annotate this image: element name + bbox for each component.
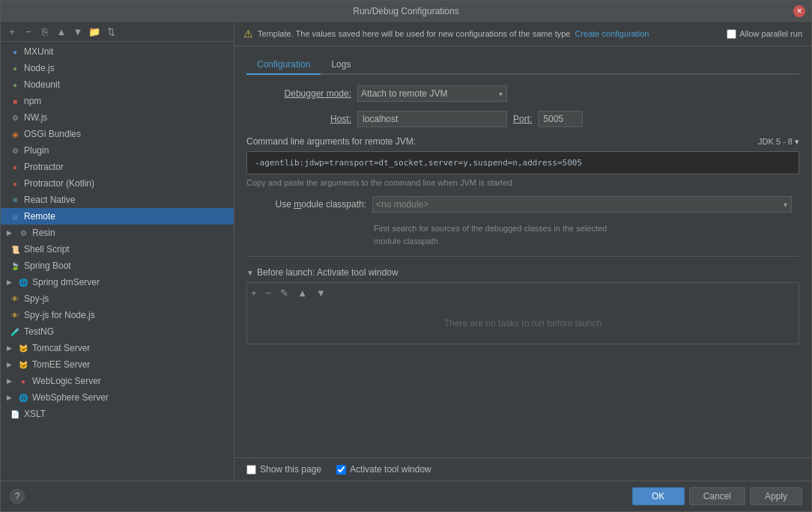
host-port-row: Host: Port: bbox=[246, 111, 799, 127]
sidebar-item-mxunit[interactable]: ● MXUnit bbox=[1, 43, 234, 60]
launch-add-button[interactable]: + bbox=[247, 286, 261, 300]
sidebar-item-label: Nodeunit bbox=[24, 79, 60, 90]
sidebar-item-react-native[interactable]: ⚛ React Native bbox=[1, 192, 234, 208]
jdk-dropdown[interactable]: JDK 5 - 8 ▾ bbox=[758, 137, 799, 147]
port-label: Port: bbox=[513, 114, 532, 124]
sidebar-item-plugin[interactable]: ⚙ Plugin bbox=[1, 142, 234, 159]
sidebar-item-spring-dmserver[interactable]: ▶ 🌐 Spring dmServer bbox=[1, 274, 234, 290]
sidebar-item-resin[interactable]: ▶ ⚙ Resin bbox=[1, 225, 234, 241]
debugger-mode-wrapper: Attach to remote JVMListen to remote JVM bbox=[357, 85, 507, 102]
before-launch-section: ▼ Before launch: Activate tool window + … bbox=[246, 264, 799, 344]
weblogic-icon: ● bbox=[18, 376, 28, 386]
tab-logs[interactable]: Logs bbox=[321, 55, 361, 75]
sidebar-item-label: Protractor bbox=[24, 162, 64, 172]
spy-js-node-icon: 👁 bbox=[10, 310, 20, 320]
copy-hint: Copy and paste the arguments to the comm… bbox=[246, 178, 799, 187]
sidebar-item-label: Spring Boot bbox=[24, 260, 71, 271]
sidebar-item-label: Shell Script bbox=[24, 244, 70, 255]
folder-button[interactable]: 📁 bbox=[88, 25, 101, 38]
add-config-button[interactable]: + bbox=[5, 25, 19, 38]
create-configuration-link[interactable]: Create configuration bbox=[575, 29, 649, 38]
command-section: Command line arguments for remote JVM: J… bbox=[246, 136, 799, 187]
testng-icon: 🧪 bbox=[10, 326, 20, 337]
sidebar-item-tomee[interactable]: ▶ 🐱 TomEE Server bbox=[1, 356, 234, 373]
before-launch-title: Before launch: Activate tool window bbox=[257, 267, 399, 278]
tomee-chevron: ▶ bbox=[4, 359, 14, 370]
launch-up-button[interactable]: ▲ bbox=[294, 286, 311, 300]
sidebar-item-label: MXUnit bbox=[24, 46, 53, 57]
sidebar-item-label: TestNG bbox=[24, 326, 54, 337]
host-input[interactable] bbox=[357, 111, 507, 127]
sidebar-item-spring-boot[interactable]: 🍃 Spring Boot bbox=[1, 257, 234, 274]
module-select-wrapper: <no module> bbox=[372, 196, 792, 213]
sidebar-item-testng[interactable]: 🧪 TestNG bbox=[1, 323, 234, 340]
websphere-chevron: ▶ bbox=[4, 392, 14, 403]
parallel-run-checkbox[interactable] bbox=[727, 29, 736, 39]
sidebar-item-osgi[interactable]: ◉ OSGi Bundles bbox=[1, 126, 234, 142]
sidebar-item-protractor[interactable]: ● Protractor bbox=[1, 159, 234, 175]
sort-button[interactable]: ⇅ bbox=[104, 25, 118, 38]
shell-script-icon: 📜 bbox=[10, 244, 20, 255]
cancel-button[interactable]: Cancel bbox=[689, 487, 745, 505]
sidebar-item-xslt[interactable]: 📄 XSLT bbox=[1, 406, 234, 422]
before-launch-header[interactable]: ▼ Before launch: Activate tool window bbox=[246, 264, 799, 281]
spy-js-icon: 👁 bbox=[10, 293, 20, 304]
sidebar-item-label: TomEE Server bbox=[32, 359, 90, 370]
parallel-run-label: Allow parallel run bbox=[739, 29, 802, 38]
remove-config-button[interactable]: − bbox=[22, 25, 35, 38]
move-up-button[interactable]: ▲ bbox=[55, 25, 68, 38]
plugin-icon: ⚙ bbox=[10, 145, 20, 156]
sidebar-item-spy-js-node[interactable]: 👁 Spy-js for Node.js bbox=[1, 307, 234, 323]
apply-button[interactable]: Apply bbox=[750, 487, 802, 505]
show-page-checkbox[interactable] bbox=[246, 465, 256, 475]
dialog-footer: ? OK Cancel Apply bbox=[1, 481, 811, 511]
port-input[interactable] bbox=[538, 111, 583, 127]
copy-config-button[interactable]: ⎘ bbox=[38, 25, 52, 38]
sidebar-item-spy-js[interactable]: 👁 Spy-js bbox=[1, 290, 234, 307]
command-text: -agentlib:jdwp=transport=dt_socket,serve… bbox=[255, 158, 582, 168]
right-panel: ⚠ Template. The values saved here will b… bbox=[234, 22, 811, 481]
sidebar-item-tomcat[interactable]: ▶ 🐱 Tomcat Server bbox=[1, 340, 234, 356]
warning-bar: ⚠ Template. The values saved here will b… bbox=[234, 22, 811, 46]
help-button[interactable]: ? bbox=[10, 489, 25, 504]
move-down-button[interactable]: ▼ bbox=[71, 25, 85, 38]
osgi-icon: ◉ bbox=[10, 129, 20, 139]
launch-down-button[interactable]: ▼ bbox=[312, 286, 330, 300]
tab-configuration[interactable]: Configuration bbox=[246, 55, 321, 75]
warning-icon: ⚠ bbox=[243, 28, 253, 40]
sidebar-item-websphere[interactable]: ▶ 🌐 WebSphere Server bbox=[1, 389, 234, 406]
nodejs-icon: ● bbox=[10, 63, 20, 73]
sidebar-item-nodejs[interactable]: ● Node.js bbox=[1, 60, 234, 76]
spring-boot-icon: 🍃 bbox=[10, 260, 20, 271]
module-hint: First search for sources of the debugged… bbox=[372, 222, 607, 247]
debugger-mode-row: Debugger mode: Attach to remote JVMListe… bbox=[246, 85, 799, 102]
divider bbox=[246, 256, 799, 257]
command-label-row: Command line arguments for remote JVM: J… bbox=[246, 136, 799, 147]
launch-edit-button[interactable]: ✎ bbox=[276, 286, 292, 300]
sidebar-item-shell-script[interactable]: 📜 Shell Script bbox=[1, 241, 234, 257]
sidebar-item-label: WebSphere Server bbox=[32, 392, 109, 403]
sidebar-item-remote[interactable]: 🖥 Remote bbox=[1, 208, 234, 225]
sidebar-item-nwjs[interactable]: ⚙ NW.js bbox=[1, 109, 234, 126]
activate-tool-label[interactable]: Activate tool window bbox=[336, 464, 431, 475]
sidebar-item-weblogic[interactable]: ▶ ● WebLogic Server bbox=[1, 373, 234, 389]
show-page-label[interactable]: Show this page bbox=[246, 464, 321, 475]
debugger-mode-label: Debugger mode: bbox=[246, 88, 351, 99]
xslt-icon: 📄 bbox=[10, 409, 20, 419]
close-button[interactable]: ✕ bbox=[793, 5, 805, 17]
sidebar: + − ⎘ ▲ ▼ 📁 ⇅ ● MXUnit ● Node.js ● bbox=[1, 22, 234, 481]
debugger-mode-select[interactable]: Attach to remote JVMListen to remote JVM bbox=[357, 85, 507, 102]
sidebar-item-npm[interactable]: ■ npm bbox=[1, 93, 234, 109]
sidebar-item-protractor-kotlin[interactable]: ● Protractor (Kotlin) bbox=[1, 175, 234, 192]
ok-button[interactable]: OK bbox=[632, 487, 685, 505]
sidebar-item-nodeunit[interactable]: ● Nodeunit bbox=[1, 76, 234, 93]
launch-remove-button[interactable]: − bbox=[262, 286, 276, 300]
sidebar-item-label: OSGi Bundles bbox=[24, 129, 81, 139]
sidebar-item-label: NW.js bbox=[24, 112, 47, 123]
activate-tool-checkbox[interactable] bbox=[336, 465, 346, 475]
config-area: Configuration Logs Debugger mode: Attach… bbox=[234, 46, 811, 457]
resin-chevron: ▶ bbox=[4, 228, 14, 238]
launch-toolbar: + − ✎ ▲ ▼ bbox=[247, 283, 799, 303]
main-content: + − ⎘ ▲ ▼ 📁 ⇅ ● MXUnit ● Node.js ● bbox=[1, 22, 811, 481]
module-select[interactable]: <no module> bbox=[372, 196, 792, 213]
